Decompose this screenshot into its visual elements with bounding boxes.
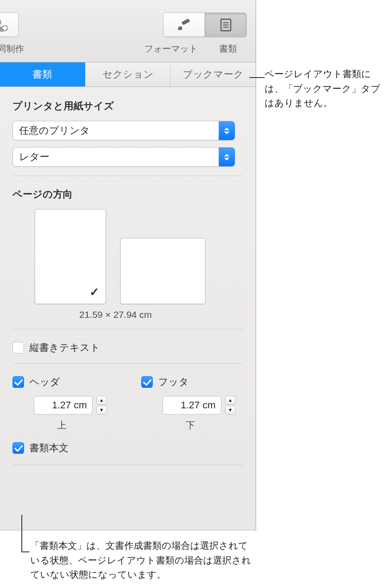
collaborate-label: 同制作	[0, 43, 24, 55]
vertical-text-checkbox[interactable]	[12, 342, 24, 354]
divider	[12, 176, 243, 176]
callout-leader-line	[21, 551, 29, 552]
vertical-text-label: 縦書きテキスト	[29, 341, 100, 354]
orientation-row: ✓	[12, 209, 243, 304]
printer-value: 任意のプリンタ	[13, 124, 90, 137]
header-column: ヘッダ ▲ ▼ 上	[12, 375, 114, 432]
svg-rect-3	[3, 27, 7, 29]
header-checkbox[interactable]	[12, 376, 24, 388]
callout-body-note: 「書類本文」は、文書作成書類の場合は選択されている状態、ページレイアウト書類の場…	[30, 539, 253, 582]
document-body-row: 書類本文	[12, 441, 243, 455]
footer-sublabel: 下	[186, 419, 243, 432]
orientation-landscape-button[interactable]	[120, 238, 205, 304]
header-sublabel: 上	[57, 419, 114, 432]
header-step-up[interactable]: ▲	[96, 396, 107, 405]
footer-column: フッタ ▲ ▼ 下	[141, 375, 243, 432]
tab-section[interactable]: セクション	[86, 62, 171, 86]
callout-leader-line	[21, 515, 22, 551]
document-icon	[220, 18, 232, 32]
footer-label: フッタ	[158, 375, 189, 389]
footer-step-down[interactable]: ▼	[225, 406, 236, 415]
divider	[12, 329, 243, 329]
header-step-down[interactable]: ▼	[96, 406, 107, 415]
printer-popup[interactable]: 任意のプリンタ	[12, 121, 235, 140]
header-footer-grid: ヘッダ ▲ ▼ 上 フッタ	[12, 375, 243, 432]
inspector-tabs: 書類 セクション ブックマーク	[0, 62, 256, 87]
brush-icon	[176, 18, 192, 32]
document-body-checkbox[interactable]	[12, 442, 24, 454]
format-inspector-button[interactable]	[163, 12, 205, 37]
header-value-input[interactable]	[34, 396, 93, 415]
footer-stepper: ▲ ▼	[163, 396, 243, 415]
format-label: フォーマット	[144, 43, 198, 55]
paper-size-popup[interactable]: レター	[12, 147, 235, 167]
popup-arrows-icon	[219, 121, 235, 140]
divider	[12, 465, 243, 465]
document-settings-panel: プリンタと用紙サイズ 任意のプリンタ レター ページの方向 ✓ 21.59 × …	[0, 87, 256, 530]
footer-step-up[interactable]: ▲	[225, 396, 236, 405]
footer-value-input[interactable]	[163, 396, 221, 415]
popup-arrows-icon	[219, 148, 235, 166]
footer-checkbox[interactable]	[141, 376, 153, 388]
collaborate-button[interactable]	[0, 12, 19, 37]
check-icon: ✓	[90, 285, 99, 299]
tab-bookmark[interactable]: ブックマーク	[171, 62, 256, 86]
svg-rect-4	[181, 18, 190, 25]
document-toolbar-label: 書類	[219, 43, 237, 55]
page-dimensions: 21.59 × 27.94 cm	[79, 309, 243, 320]
document-body-label: 書類本文	[29, 441, 69, 455]
header-stepper: ▲ ▼	[34, 396, 114, 415]
person-add-icon	[0, 18, 9, 32]
paper-value: レター	[13, 150, 49, 164]
inspector-panel: 同制作 フォーマット 書類 書類 セクション ブックマーク	[0, 0, 256, 530]
orientation-portrait-button[interactable]: ✓	[35, 209, 106, 304]
document-inspector-button[interactable]	[205, 12, 247, 37]
header-label: ヘッダ	[29, 375, 60, 389]
callout-leader-line	[249, 77, 265, 78]
svg-point-0	[0, 19, 1, 25]
toolbar: 同制作 フォーマット 書類	[0, 0, 256, 62]
inspector-mode-segment	[163, 12, 247, 37]
tab-document[interactable]: 書類	[0, 62, 86, 86]
printer-section-title: プリンタと用紙サイズ	[12, 99, 243, 113]
orientation-section-title: ページの方向	[12, 188, 243, 201]
callout-bookmark-note: ページレイアウト書類には、「ブックマーク」タブはありません。	[265, 67, 389, 111]
vertical-text-row: 縦書きテキスト	[12, 341, 243, 354]
divider	[12, 363, 243, 364]
